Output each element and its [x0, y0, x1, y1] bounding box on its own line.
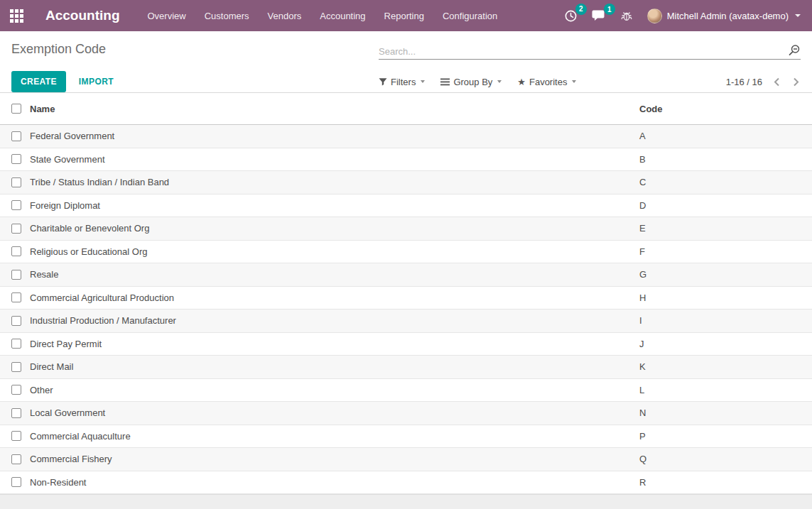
table-row[interactable]: Resale G	[0, 263, 812, 287]
row-code: J	[639, 339, 812, 349]
filter-group: Filters Group By ★ Favorites	[379, 77, 576, 87]
favorites-dropdown[interactable]: ★ Favorites	[517, 77, 576, 87]
create-button[interactable]: CREATE	[11, 71, 66, 92]
messages-button[interactable]: 1	[589, 6, 613, 25]
row-checkbox[interactable]	[11, 316, 21, 326]
row-checkbox[interactable]	[11, 292, 21, 302]
group-by-label: Group By	[453, 77, 492, 87]
search-input[interactable]	[379, 46, 788, 57]
import-button[interactable]: IMPORT	[79, 77, 114, 87]
bug-icon	[620, 9, 633, 22]
filters-dropdown[interactable]: Filters	[379, 77, 425, 87]
app-title[interactable]: Accounting	[45, 8, 120, 23]
chevron-down-icon	[421, 80, 425, 83]
table-row[interactable]: Commercial Agricultural Production H	[0, 287, 812, 310]
row-name: Religious or Educational Org	[30, 246, 639, 257]
row-code: L	[639, 385, 812, 395]
row-code: K	[639, 361, 812, 372]
row-code: B	[639, 154, 812, 165]
search-magnifier-icon[interactable]	[788, 44, 801, 57]
user-name: Mitchell Admin (avatax-demo)	[667, 11, 789, 21]
table-row[interactable]: Direct Mail K	[0, 356, 812, 379]
menu-item[interactable]: Configuration	[433, 0, 507, 31]
user-avatar	[647, 9, 662, 23]
search-box	[379, 38, 801, 60]
pager-next-button[interactable]	[791, 76, 801, 88]
debug-button[interactable]	[617, 6, 640, 25]
table-row[interactable]: Commercial Aquaculture P	[0, 425, 812, 449]
row-code: A	[639, 131, 812, 141]
row-name: Non-Resident	[30, 477, 639, 488]
table-row[interactable]: Industrial Production / Manufacturer I	[0, 310, 812, 333]
menu-item[interactable]: Accounting	[310, 0, 374, 31]
menu-item[interactable]: Reporting	[375, 0, 433, 31]
filters-label: Filters	[391, 77, 416, 87]
row-name: Commercial Aquaculture	[30, 431, 639, 442]
row-checkbox[interactable]	[11, 362, 21, 372]
activities-button[interactable]: 2	[561, 6, 585, 26]
table-row[interactable]: Commercial Fishery Q	[0, 448, 812, 471]
row-checkbox[interactable]	[11, 177, 21, 187]
row-code: H	[639, 292, 812, 303]
table-row[interactable]: Other L	[0, 379, 812, 403]
row-checkbox[interactable]	[11, 200, 21, 210]
user-menu[interactable]: Mitchell Admin (avatax-demo)	[647, 9, 801, 23]
row-checkbox[interactable]	[11, 339, 21, 349]
table-row[interactable]: Foreign Diplomat D	[0, 195, 812, 218]
row-name: Other	[30, 385, 639, 395]
row-checkbox[interactable]	[11, 154, 21, 164]
row-checkbox[interactable]	[11, 385, 21, 395]
column-header-name[interactable]: Name	[30, 104, 639, 114]
row-checkbox[interactable]	[11, 408, 21, 418]
favorites-label: Favorites	[529, 77, 567, 87]
row-checkbox[interactable]	[11, 246, 21, 256]
row-checkbox[interactable]	[11, 477, 21, 487]
table-row[interactable]: State Government B	[0, 148, 812, 172]
row-name: Local Government	[30, 407, 639, 418]
row-checkbox[interactable]	[11, 131, 21, 141]
chevron-down-icon	[795, 14, 801, 17]
table-row[interactable]: Tribe / Status Indian / Indian Band C	[0, 171, 812, 195]
systray: 2 1 Mitchell Admin (avatax-demo)	[561, 6, 801, 26]
menu-item[interactable]: Vendors	[259, 0, 311, 31]
row-name: Foreign Diplomat	[30, 200, 639, 211]
row-name: Resale	[30, 269, 639, 280]
menu-item[interactable]: Customers	[195, 0, 259, 31]
row-checkbox[interactable]	[11, 270, 21, 280]
row-name: Commercial Fishery	[30, 454, 639, 464]
row-code: P	[639, 431, 812, 442]
row-code: R	[639, 477, 812, 488]
activity-badge: 2	[575, 4, 587, 15]
column-header-code[interactable]: Code	[639, 104, 812, 114]
row-name: State Government	[30, 154, 639, 165]
table-row[interactable]: Non-Resident R	[0, 471, 812, 495]
group-by-dropdown[interactable]: Group By	[440, 77, 502, 87]
menu-item[interactable]: Overview	[139, 0, 195, 31]
top-navbar: Accounting OverviewCustomersVendorsAccou…	[0, 0, 812, 31]
table-body: Federal Government A State Government B …	[0, 125, 812, 494]
table-row[interactable]: Religious or Educational Org F	[0, 241, 812, 264]
exemption-code-list: Name Code Federal Government A State Gov…	[0, 93, 812, 494]
row-code: N	[639, 407, 812, 418]
footer-strip	[0, 494, 812, 509]
row-code: D	[639, 200, 812, 211]
pager: 1-16 / 16	[726, 76, 801, 88]
pager-previous-button[interactable]	[772, 76, 781, 88]
star-icon: ★	[517, 77, 526, 87]
row-name: Direct Pay Permit	[30, 339, 639, 349]
table-row[interactable]: Federal Government A	[0, 125, 812, 148]
apps-menu-button[interactable]	[0, 0, 33, 31]
table-row[interactable]: Local Government N	[0, 402, 812, 425]
select-all-checkbox[interactable]	[11, 104, 21, 114]
action-buttons: CREATE IMPORT	[11, 71, 379, 92]
row-checkbox[interactable]	[11, 454, 21, 464]
message-badge: 1	[604, 4, 615, 15]
table-row[interactable]: Direct Pay Permit J	[0, 333, 812, 356]
row-checkbox[interactable]	[11, 431, 21, 441]
row-name: Charitable or Benevolent Org	[30, 223, 639, 234]
row-checkbox[interactable]	[11, 224, 21, 234]
table-row[interactable]: Charitable or Benevolent Org E	[0, 217, 812, 241]
row-name: Tribe / Status Indian / Indian Band	[30, 177, 639, 187]
apps-grid-icon	[10, 9, 23, 23]
pager-range: 1-16 / 16	[726, 77, 762, 87]
